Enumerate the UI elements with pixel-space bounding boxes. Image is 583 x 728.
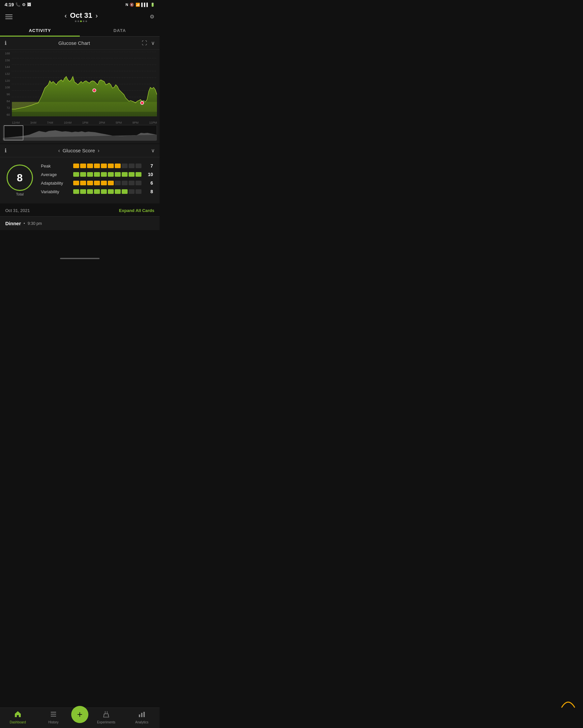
next-date-button[interactable]: › <box>96 12 98 20</box>
bar-adapt-2 <box>80 181 86 185</box>
expand-chart-button[interactable]: ⛶ <box>142 40 147 46</box>
metric-label-peak: Peak <box>41 163 71 168</box>
bar-avg-8 <box>122 172 128 177</box>
meal-card-preview[interactable]: Dinner • 9:30 pm <box>0 216 160 230</box>
y-label-168: 168 <box>0 52 11 55</box>
glucose-chart-wrapper: 168 156 144 132 120 108 96 84 72 60 <box>0 50 160 144</box>
dot-5 <box>85 21 87 22</box>
bar-avg-10 <box>135 172 142 177</box>
status-bar: 4:19 📞 ⊙ 🖼 N 🔇 📶 ▌▌▌ 🔋 <box>0 0 160 8</box>
y-axis-labels: 168 156 144 132 120 108 96 84 72 60 <box>0 52 11 116</box>
chart-inner <box>12 52 157 116</box>
score-content: 8 Total Peak 7 <box>0 157 160 203</box>
collapse-chart-button[interactable]: ∨ <box>151 40 155 46</box>
phone-icon: 📞 <box>16 2 21 7</box>
meal-time: 9:30 pm <box>28 221 42 226</box>
meal-title: Dinner <box>5 220 21 226</box>
y-label-72: 72 <box>0 106 11 109</box>
metric-label-adaptability: Adaptability <box>41 181 71 186</box>
bar-adapt-4 <box>94 181 100 185</box>
bar-peak-4 <box>94 163 100 168</box>
bar-peak-9 <box>129 163 134 168</box>
bar-adapt-10 <box>135 181 142 185</box>
glucose-chart-svg <box>12 52 157 116</box>
bar-avg-2 <box>80 172 86 177</box>
x-axis-labels: 12AM 3AM 7AM 10AM 1PM 2PM 5PM 9PM 11PM <box>12 121 157 124</box>
total-score-number: 8 <box>17 173 23 183</box>
y-label-96: 96 <box>0 93 11 96</box>
y-label-156: 156 <box>0 59 11 62</box>
score-info-button[interactable]: ℹ <box>5 147 7 154</box>
bar-peak-1 <box>73 163 79 168</box>
svg-point-11 <box>93 89 96 92</box>
y-label-60: 60 <box>0 113 11 116</box>
mini-chart-handle[interactable] <box>4 125 23 140</box>
battery-icon: 🔋 <box>150 3 155 7</box>
metric-label-average: Average <box>41 172 71 177</box>
date-dots <box>65 21 98 22</box>
dot-2 <box>77 21 79 22</box>
y-label-132: 132 <box>0 72 11 76</box>
glucose-chart-title: Glucose Chart <box>7 40 142 46</box>
x-label-7am: 7AM <box>47 121 53 124</box>
status-left: 4:19 📞 ⊙ 🖼 <box>5 2 31 7</box>
expand-all-button[interactable]: Expand All Cards <box>119 208 154 213</box>
bar-var-5 <box>101 189 107 194</box>
bar-var-8 <box>122 189 128 194</box>
bar-var-7 <box>115 189 121 194</box>
bar-avg-9 <box>129 172 134 177</box>
bar-adapt-7 <box>115 181 121 185</box>
score-metrics: Peak 7 Average <box>41 163 153 198</box>
status-time: 4:19 <box>5 2 14 7</box>
date-header: Oct 31, 2021 Expand All Cards <box>0 205 160 216</box>
next-score-button[interactable]: › <box>98 148 99 154</box>
activity-date: Oct 31, 2021 <box>5 208 30 213</box>
glucose-score-title: Glucose Score <box>62 148 95 153</box>
nfc-icon: N <box>126 3 128 7</box>
tab-activity[interactable]: ACTIVITY <box>0 25 80 36</box>
tab-data[interactable]: DATA <box>80 25 160 36</box>
total-score-container: 8 Total <box>7 164 33 196</box>
bar-adapt-5 <box>101 181 107 185</box>
bar-var-4 <box>94 189 100 194</box>
menu-button[interactable] <box>5 15 12 19</box>
chart-controls: ⛶ ∨ <box>142 40 155 46</box>
settings-button[interactable]: ⚙ <box>150 14 154 20</box>
collapse-score-button[interactable]: ∨ <box>151 147 155 154</box>
bar-avg-6 <box>108 172 114 177</box>
bar-var-10 <box>135 189 142 194</box>
prev-date-button[interactable]: ‹ <box>65 12 67 20</box>
bar-var-6 <box>108 189 114 194</box>
meal-info: Dinner • 9:30 pm <box>5 220 154 226</box>
mini-chart[interactable] <box>3 125 157 141</box>
bar-avg-3 <box>87 172 93 177</box>
svg-point-12 <box>141 101 144 105</box>
x-label-2pm: 2PM <box>99 121 105 124</box>
glucose-chart-header: ℹ Glucose Chart ⛶ ∨ <box>0 36 160 50</box>
bar-var-3 <box>87 189 93 194</box>
x-label-10am: 10AM <box>64 121 72 124</box>
y-label-144: 144 <box>0 65 11 69</box>
x-label-12am: 12AM <box>12 121 20 124</box>
x-label-5pm: 5PM <box>116 121 122 124</box>
home-indicator <box>60 258 100 259</box>
image-icon: 🖼 <box>27 2 31 7</box>
prev-score-button[interactable]: ‹ <box>58 148 60 154</box>
glucose-chart-container: 168 156 144 132 120 108 96 84 72 60 <box>0 52 160 124</box>
bar-peak-7 <box>115 163 121 168</box>
bar-adapt-8 <box>122 181 128 185</box>
bar-peak-10 <box>135 163 142 168</box>
metric-value-peak: 7 <box>146 163 153 168</box>
total-score-label: Total <box>7 192 33 196</box>
metric-bars-average <box>73 172 143 177</box>
x-label-1pm: 1PM <box>82 121 88 124</box>
x-label-11pm: 11PM <box>149 121 157 124</box>
metric-value-variability: 8 <box>146 189 153 194</box>
dot-4 <box>83 21 84 22</box>
bar-adapt-3 <box>87 181 93 185</box>
bar-peak-6 <box>108 163 114 168</box>
date-nav: ‹ Oct 31 › <box>65 11 98 22</box>
metric-label-variability: Variability <box>41 189 71 194</box>
bar-avg-5 <box>101 172 107 177</box>
date-navigation: ‹ Oct 31 › <box>65 11 98 20</box>
